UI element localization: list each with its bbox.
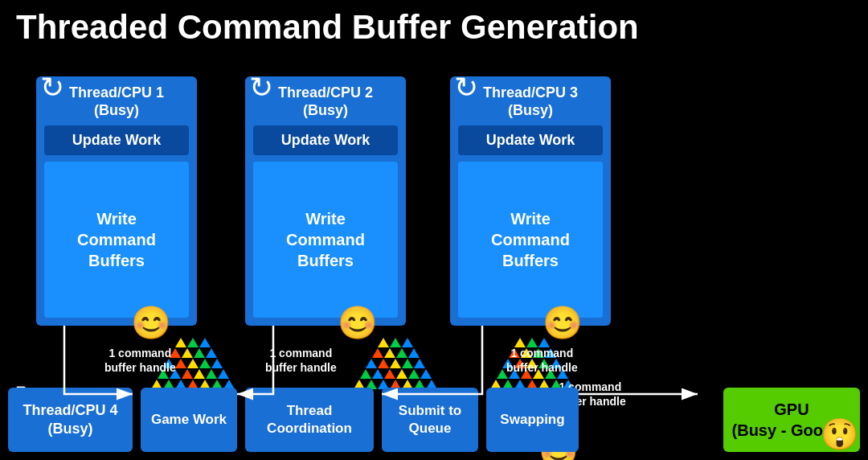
submit-to-queue-box: Submit to Queue: [382, 388, 478, 452]
refresh-icon-3: ↻: [454, 71, 478, 105]
thread3-label: Thread/CPU 3(Busy): [458, 84, 603, 119]
update-work-1: Update Work: [44, 125, 189, 155]
smiley-3: 😊: [542, 304, 583, 342]
thread-cpu1-box: Thread/CPU 1(Busy) Update Work WriteComm…: [36, 76, 197, 326]
thread-cpu3-box: Thread/CPU 3(Busy) Update Work WriteComm…: [450, 76, 611, 326]
write-cmd-1: WriteCommandBuffers: [44, 162, 189, 318]
write-cmd-2: WriteCommandBuffers: [253, 162, 398, 318]
game-work-box: Game Work: [141, 388, 237, 452]
cmd-label-2: 1 commandbuffer handle: [265, 346, 337, 375]
submit-label: Submit to Queue: [382, 402, 478, 437]
thread-cpu4-box: Thread/CPU 4(Busy): [8, 388, 133, 452]
smiley-1: 😊: [131, 304, 171, 342]
cmd-label-3: 1 commandbuffer handle: [506, 346, 578, 375]
refresh-icon-2: ↻: [249, 71, 273, 105]
refresh-icon-1: ↻: [40, 71, 64, 105]
update-work-3: Update Work: [458, 125, 603, 155]
swapping-box: Swapping: [486, 388, 579, 452]
cmd-label-1: 1 commandbuffer handle: [104, 346, 176, 375]
thread1-label: Thread/CPU 1(Busy): [44, 84, 189, 119]
thread-coord-label: Thread Coordination: [245, 402, 374, 437]
thread-cpu2-box: Thread/CPU 2(Busy) Update Work WriteComm…: [245, 76, 406, 326]
thread-coordination-box: Thread Coordination: [245, 388, 374, 452]
game-work-label: Game Work: [151, 411, 227, 429]
smiley-2: 😊: [338, 304, 378, 342]
thread2-label: Thread/CPU 2(Busy): [253, 84, 398, 119]
shocked-icon: 😲: [821, 417, 858, 452]
swapping-label: Swapping: [500, 411, 564, 429]
thread4-label: Thread/CPU 4(Busy): [23, 401, 117, 439]
page-title: Threaded Command Buffer Generation: [16, 8, 639, 47]
write-cmd-3: WriteCommandBuffers: [458, 162, 603, 318]
triangles-2: [354, 338, 437, 389]
update-work-2: Update Work: [253, 125, 398, 155]
